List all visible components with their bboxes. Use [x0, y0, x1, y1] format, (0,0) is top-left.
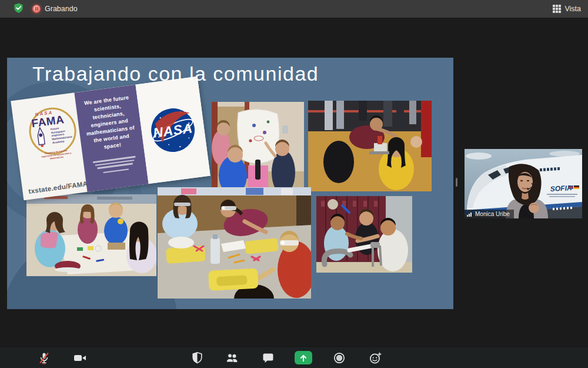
security-shield-check-icon[interactable] [13, 2, 24, 16]
photo-kids-paper-mask [212, 102, 304, 194]
security-button[interactable] [184, 347, 210, 368]
share-screen-button[interactable] [295, 351, 312, 364]
camera-icon [72, 351, 88, 365]
grid-view-icon [553, 5, 561, 13]
record-icon [332, 351, 346, 365]
fama-logo: NASA FAMA Future Aerospace-engineers Mat… [20, 102, 78, 161]
photo-kids-drawing-floor [26, 194, 156, 276]
meeting-top-bar: Grabando Vista [0, 0, 588, 18]
photo-goggles-table-activity [158, 187, 311, 299]
recording-label: Grabando [45, 5, 78, 13]
slide-title: Trabajando con la comunidad [32, 62, 319, 85]
chat-button[interactable] [255, 347, 281, 368]
participant-video-scene: SOFIA [465, 149, 582, 218]
reactions-smiley-plus-icon [368, 351, 382, 365]
microphone-muted-icon [37, 351, 51, 365]
view-button[interactable]: Vista [553, 0, 581, 18]
shared-screen-slide: Trabajando con la comunidad NASA FAMA Fu… [7, 58, 453, 309]
photo-boys-tube-building [316, 196, 412, 273]
reactions-button[interactable] [362, 347, 388, 368]
meeting-toolbar [0, 346, 588, 368]
chat-icon [261, 351, 275, 365]
participant-name: Monica Uribe [475, 211, 510, 217]
participant-video-tile[interactable]: SOFIA Monica Uribe [465, 149, 582, 218]
participant-name-tag: Monica Uribe [465, 210, 514, 218]
participants-button[interactable] [219, 347, 245, 368]
share-screen-arrow-icon [298, 353, 309, 363]
record-button[interactable] [326, 347, 352, 368]
banner-panel-fama: NASA FAMA Future Aerospace-engineers Mat… [11, 92, 87, 200]
nasa-meatball-logo: NASA [145, 102, 201, 158]
panel-resize-handle[interactable] [456, 178, 457, 187]
photo-gym-robotics-group [308, 101, 432, 191]
participants-icon [225, 351, 240, 365]
banner-url: txstate.edu/FAMA [28, 180, 88, 195]
audio-signal-icon [467, 211, 473, 217]
view-label: Vista [564, 5, 581, 13]
security-shield-icon [191, 351, 204, 364]
banner-panel-nasa: NASA [136, 77, 211, 184]
mute-button[interactable] [31, 347, 57, 368]
video-button[interactable] [67, 347, 93, 368]
recording-indicator-icon[interactable] [32, 5, 41, 13]
